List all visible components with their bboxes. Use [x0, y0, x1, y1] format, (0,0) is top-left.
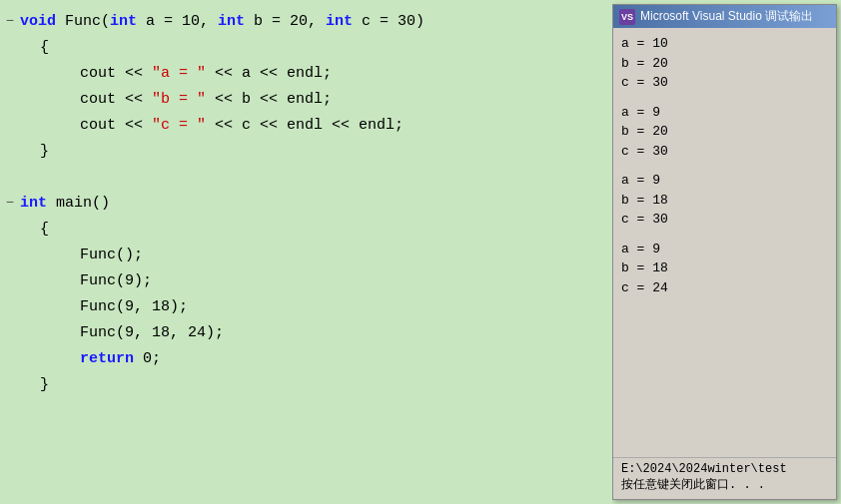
code-line: } [0, 138, 612, 164]
code-line: cout << "a = " << a << endl; [0, 60, 612, 86]
output-line: c = 30 [621, 142, 828, 162]
output-footer: E:\2024\2024winter\test 按任意键关闭此窗口. . . [613, 457, 836, 499]
token-plain: a = 10, [137, 13, 218, 30]
token-kw: void [20, 13, 56, 30]
token-kw: int [110, 13, 137, 30]
output-title: Microsoft Visual Studio 调试输出 [640, 8, 813, 25]
code-line: cout << "c = " << c << endl << endl; [0, 112, 612, 138]
output-group: a = 9b = 18c = 24 [621, 240, 828, 298]
line-content: { [20, 221, 49, 238]
code-line: } [0, 371, 612, 397]
line-content: void Func(int a = 10, int b = 20, int c … [20, 13, 424, 30]
line-gutter[interactable]: − [0, 195, 20, 211]
line-content: { [20, 39, 49, 56]
output-line: b = 20 [621, 54, 828, 74]
token-plain: Func(); [80, 247, 143, 263]
code-line: cout << "b = " << b << endl; [0, 86, 612, 112]
code-line: Func(); [0, 242, 612, 267]
code-line: Func(9, 18); [0, 293, 612, 319]
token-plain: cout << [80, 65, 152, 82]
line-content: cout << "c = " << c << endl << endl; [20, 117, 404, 134]
code-line: { [0, 34, 612, 60]
code-line: −void Func(int a = 10, int b = 20, int c… [0, 8, 612, 34]
code-line: −int main() [0, 190, 612, 216]
token-str: "a = " [152, 65, 206, 82]
token-plain: cout << [80, 117, 152, 134]
line-content: return 0; [20, 350, 161, 367]
output-line: a = 9 [621, 240, 828, 259]
line-content: } [20, 143, 49, 160]
code-line: return 0; [0, 345, 612, 371]
line-content: } [20, 376, 49, 393]
line-content: Func(9); [20, 272, 152, 289]
token-plain: 0; [134, 350, 161, 367]
token-plain: Func( [56, 13, 110, 30]
line-gutter[interactable]: − [0, 13, 20, 29]
output-line: a = 9 [621, 171, 828, 191]
token-plain: b = 20, [245, 13, 326, 30]
token-plain: } [40, 376, 49, 393]
output-group: a = 10b = 20c = 30 [621, 34, 828, 93]
token-plain: c = 30) [353, 13, 424, 30]
token-plain: { [40, 221, 49, 238]
output-line: a = 9 [621, 103, 828, 123]
vs-icon: VS [619, 9, 635, 25]
code-line [0, 164, 612, 190]
output-line: c = 30 [621, 73, 828, 93]
line-content: Func(); [20, 247, 143, 263]
output-window: VS Microsoft Visual Studio 调试输出 a = 10b … [612, 4, 837, 500]
output-group: a = 9b = 20c = 30 [621, 103, 828, 162]
token-plain: << c << endl << endl; [206, 117, 404, 134]
footer-line2: 按任意键关闭此窗口. . . [621, 476, 828, 493]
token-plain: << a << endl; [206, 65, 332, 82]
line-content: cout << "b = " << b << endl; [20, 91, 332, 108]
output-line: b = 18 [621, 191, 828, 211]
code-line: Func(9); [0, 267, 612, 293]
token-str: "b = " [152, 91, 206, 108]
output-line: b = 18 [621, 258, 828, 278]
token-plain: { [40, 39, 49, 56]
code-editor: −void Func(int a = 10, int b = 20, int c… [0, 0, 612, 504]
output-group: a = 9b = 18c = 30 [621, 171, 828, 230]
line-content: cout << "a = " << a << endl; [20, 65, 332, 82]
line-content: Func(9, 18, 24); [20, 324, 224, 341]
token-plain: Func(9); [80, 272, 152, 289]
token-plain: main() [47, 195, 110, 212]
token-plain: cout << [80, 91, 152, 108]
token-plain: Func(9, 18); [80, 298, 188, 315]
output-titlebar: VS Microsoft Visual Studio 调试输出 [613, 5, 836, 28]
token-kw: int [326, 13, 353, 30]
output-line: a = 10 [621, 34, 828, 54]
token-plain: } [40, 143, 49, 160]
output-line: c = 30 [621, 210, 828, 230]
token-kw: int [218, 13, 245, 30]
footer-line1: E:\2024\2024winter\test [621, 462, 828, 476]
token-plain: << b << endl; [206, 91, 332, 108]
token-plain: Func(9, 18, 24); [80, 324, 224, 341]
line-content: Func(9, 18); [20, 298, 188, 315]
output-content: a = 10b = 20c = 30a = 9b = 20c = 30a = 9… [613, 28, 836, 457]
output-line: b = 20 [621, 122, 828, 142]
line-content: int main() [20, 195, 110, 212]
token-str: "c = " [152, 117, 206, 134]
code-line: { [0, 216, 612, 242]
token-kw: int [20, 195, 47, 212]
token-kw: return [80, 350, 134, 367]
output-line: c = 24 [621, 278, 828, 298]
code-line: Func(9, 18, 24); [0, 319, 612, 345]
